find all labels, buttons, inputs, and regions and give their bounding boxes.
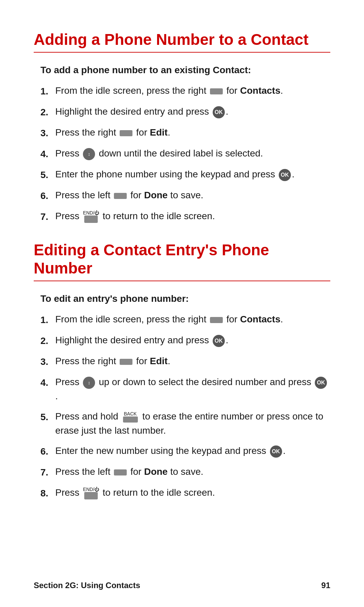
end-button-icon: END/⏻ bbox=[83, 210, 99, 223]
footer-left: Section 2G: Using Contacts bbox=[34, 581, 140, 590]
section2-divider bbox=[34, 281, 330, 281]
step-number: 3. bbox=[40, 125, 55, 140]
step-number: 2. bbox=[40, 333, 55, 348]
step-text: Press END/⏻ to return to the idle screen… bbox=[55, 209, 330, 223]
section1-divider bbox=[34, 52, 330, 53]
section2-steps: 1. From the idle screen, press the right… bbox=[34, 312, 330, 500]
step-number: 4. bbox=[40, 375, 55, 390]
nav-button-icon: ↕ bbox=[83, 377, 95, 389]
ok-button-icon: OK bbox=[270, 445, 282, 458]
footer-right: 91 bbox=[321, 581, 330, 590]
list-item: 3. Press the right for Edit. bbox=[34, 125, 330, 140]
list-item: 6. Press the left for Done to save. bbox=[34, 188, 330, 203]
section1-steps: 1. From the idle screen, press the right… bbox=[34, 84, 330, 224]
step-number: 5. bbox=[40, 167, 55, 182]
soft-key-icon bbox=[120, 130, 132, 136]
section1-heading: Adding a Phone Number to a Contact bbox=[34, 30, 330, 49]
back-button-icon bbox=[123, 416, 138, 423]
list-item: 4. Press ↕ up or down to select the desi… bbox=[34, 375, 330, 403]
list-item: 4. Press ↕ down until the desired label … bbox=[34, 146, 330, 161]
step-text: Press END/⏻ to return to the idle screen… bbox=[55, 486, 330, 500]
ok-button-icon: OK bbox=[315, 377, 327, 389]
step-text: Press the right for Edit. bbox=[55, 125, 330, 140]
step-number: 5. bbox=[40, 409, 55, 424]
soft-key-icon bbox=[120, 359, 132, 365]
step-number: 7. bbox=[40, 209, 55, 224]
step-number: 6. bbox=[40, 444, 55, 459]
list-item: 1. From the idle screen, press the right… bbox=[34, 312, 330, 327]
list-item: 7. Press the left for Done to save. bbox=[34, 465, 330, 480]
list-item: 1. From the idle screen, press the right… bbox=[34, 84, 330, 98]
step-number: 2. bbox=[40, 105, 55, 119]
step-text: Press the right for Edit. bbox=[55, 354, 330, 368]
step-number: 4. bbox=[40, 146, 55, 161]
step-number: 8. bbox=[40, 486, 55, 500]
section1-subheading: To add a phone number to an existing Con… bbox=[40, 65, 330, 76]
list-item: 2. Highlight the desired entry and press… bbox=[34, 105, 330, 119]
list-item: 5. Press and hold BACK to erase the enti… bbox=[34, 409, 330, 438]
soft-key-icon bbox=[210, 317, 223, 323]
step-text: From the idle screen, press the right fo… bbox=[55, 84, 330, 98]
ok-button-icon: OK bbox=[213, 106, 225, 118]
page-footer: Section 2G: Using Contacts 91 bbox=[34, 581, 330, 590]
step-text: Press the left for Done to save. bbox=[55, 465, 330, 479]
list-item: 6. Enter the new number using the keypad… bbox=[34, 444, 330, 459]
step-text: Enter the new number using the keypad an… bbox=[55, 444, 330, 458]
list-item: 8. Press END/⏻ to return to the idle scr… bbox=[34, 486, 330, 500]
ok-button-icon: OK bbox=[213, 335, 225, 347]
end-button-icon: END/⏻ bbox=[83, 487, 99, 499]
step-number: 7. bbox=[40, 465, 55, 480]
step-text: From the idle screen, press the right fo… bbox=[55, 312, 330, 326]
list-item: 7. Press END/⏻ to return to the idle scr… bbox=[34, 209, 330, 224]
step-text: Press ↕ up or down to select the desired… bbox=[55, 375, 330, 403]
nav-button-icon: ↕ bbox=[83, 148, 95, 160]
soft-key-icon bbox=[210, 88, 223, 94]
ok-button-icon: OK bbox=[279, 169, 291, 181]
step-number: 3. bbox=[40, 354, 55, 369]
list-item: 5. Enter the phone number using the keyp… bbox=[34, 167, 330, 182]
soft-key-icon bbox=[114, 193, 127, 199]
step-text: Highlight the desired entry and press OK… bbox=[55, 333, 330, 347]
step-text: Highlight the desired entry and press OK… bbox=[55, 105, 330, 119]
section2-subheading: To edit an entry's phone number: bbox=[40, 293, 330, 304]
step-text: Press ↕ down until the desired label is … bbox=[55, 146, 330, 161]
step-text: Press and hold BACK to erase the entire … bbox=[55, 409, 330, 438]
step-text: Press the left for Done to save. bbox=[55, 188, 330, 202]
step-number: 6. bbox=[40, 188, 55, 203]
list-item: 2. Highlight the desired entry and press… bbox=[34, 333, 330, 348]
step-number: 1. bbox=[40, 84, 55, 98]
soft-key-icon bbox=[114, 469, 127, 475]
section2-heading: Editing a Contact Entry's Phone Number bbox=[34, 241, 330, 277]
list-item: 3. Press the right for Edit. bbox=[34, 354, 330, 369]
step-text: Enter the phone number using the keypad … bbox=[55, 167, 330, 181]
back-label-top: BACK bbox=[124, 411, 137, 416]
step-number: 1. bbox=[40, 312, 55, 327]
